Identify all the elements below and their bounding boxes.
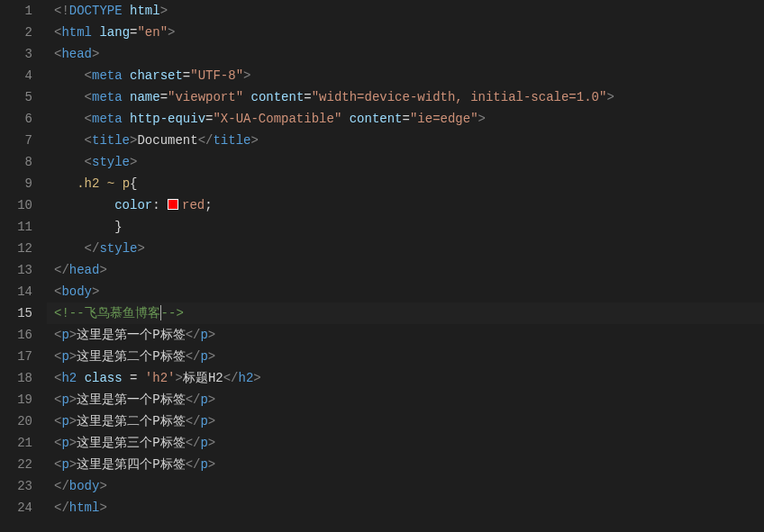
line-number: 12 (0, 238, 32, 259)
line-number: 6 (0, 108, 32, 130)
code-line-current[interactable]: <!--飞鸟慕鱼博客--> (47, 302, 764, 324)
code-line[interactable]: <meta charset="UTF-8"> (54, 65, 764, 86)
line-number: 20 (0, 410, 32, 432)
code-line[interactable]: <body> (54, 281, 764, 302)
code-editor[interactable]: 123456789101112131415161718192021222324 … (0, 0, 764, 532)
line-number: 19 (0, 389, 32, 410)
color-swatch-icon[interactable] (168, 199, 178, 210)
line-number: 3 (0, 43, 32, 65)
line-number: 5 (0, 86, 32, 108)
code-line[interactable]: <p>这里是第三个P标签</p> (54, 432, 764, 454)
code-line[interactable]: <p>这里是第四个P标签</p> (54, 454, 764, 475)
line-number: 21 (0, 432, 32, 454)
line-number: 1 (0, 0, 32, 22)
line-number: 16 (0, 324, 32, 346)
code-line[interactable]: <html lang="en"> (54, 22, 764, 43)
code-line[interactable]: <meta name="viewport" content="width=dev… (54, 86, 764, 108)
code-line[interactable]: <head> (54, 43, 764, 65)
code-line[interactable]: </html> (54, 497, 764, 518)
line-number: 23 (0, 475, 32, 497)
code-line[interactable]: <p>这里是第一个P标签</p> (54, 389, 764, 410)
line-number: 7 (0, 130, 32, 151)
code-line[interactable]: <p>这里是第二个P标签</p> (54, 346, 764, 367)
line-number: 24 (0, 497, 32, 518)
code-line[interactable]: .h2 ~ p{ (54, 173, 764, 194)
line-number: 10 (0, 194, 32, 216)
code-line[interactable]: <p>这里是第一个P标签</p> (54, 324, 764, 346)
code-line[interactable]: </head> (54, 259, 764, 281)
line-number: 11 (0, 216, 32, 238)
code-line[interactable]: </body> (54, 475, 764, 497)
line-number: 18 (0, 367, 32, 389)
code-line[interactable]: </style> (54, 238, 764, 259)
code-line[interactable]: } (54, 216, 764, 238)
code-area[interactable]: <!DOCTYPE html> <html lang="en"> <head> … (47, 0, 764, 532)
line-number: 13 (0, 259, 32, 281)
line-number: 2 (0, 22, 32, 43)
code-line[interactable]: <meta http-equiv="X-UA-Compatible" conte… (54, 108, 764, 130)
code-line[interactable]: <p>这里是第二个P标签</p> (54, 410, 764, 432)
line-number: 9 (0, 173, 32, 194)
line-number-gutter: 123456789101112131415161718192021222324 (0, 0, 47, 532)
code-line[interactable]: color: red; (54, 194, 764, 216)
code-line[interactable]: <style> (54, 151, 764, 173)
code-line[interactable]: <h2 class = 'h2'>标题H2</h2> (54, 367, 764, 389)
line-number: 22 (0, 454, 32, 475)
code-line[interactable]: <!DOCTYPE html> (54, 0, 764, 22)
line-number: 4 (0, 65, 32, 86)
line-number: 8 (0, 151, 32, 173)
line-number: 14 (0, 281, 32, 302)
text-cursor (160, 305, 161, 320)
line-number: 17 (0, 346, 32, 367)
code-line[interactable]: <title>Document</title> (54, 130, 764, 151)
line-number: 15 (0, 302, 32, 324)
